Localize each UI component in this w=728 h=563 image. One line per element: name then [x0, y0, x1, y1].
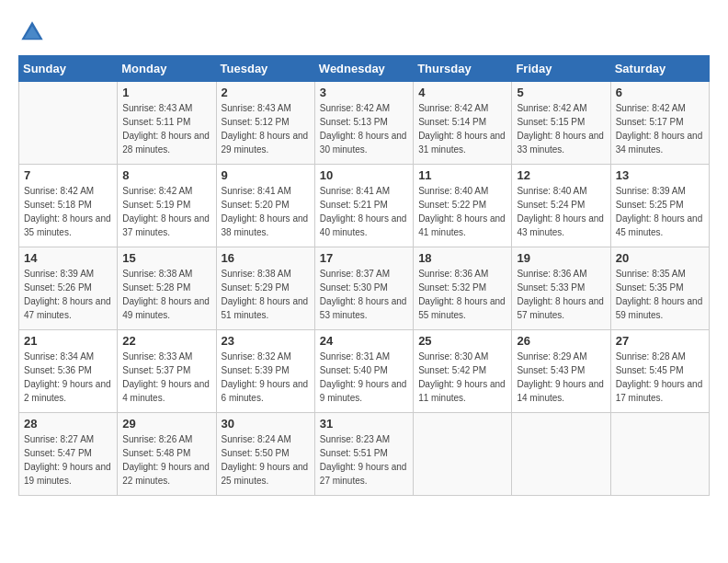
calendar-cell: 6Sunrise: 8:42 AMSunset: 5:17 PMDaylight…: [610, 82, 709, 165]
day-detail: Sunrise: 8:24 AMSunset: 5:50 PMDaylight:…: [222, 432, 310, 488]
day-detail: Sunrise: 8:37 AMSunset: 5:30 PMDaylight:…: [320, 267, 408, 322]
calendar-header-row: SundayMondayTuesdayWednesdayThursdayFrid…: [19, 56, 710, 82]
day-number: 5: [517, 86, 605, 99]
calendar-cell: 29Sunrise: 8:26 AMSunset: 5:48 PMDayligh…: [118, 413, 216, 496]
day-detail: Sunrise: 8:35 AMSunset: 5:35 PMDaylight:…: [616, 267, 704, 322]
header-saturday: Saturday: [610, 56, 709, 82]
day-number: 12: [517, 168, 605, 182]
day-detail: Sunrise: 8:42 AMSunset: 5:19 PMDaylight:…: [122, 184, 210, 239]
calendar-cell: 8Sunrise: 8:42 AMSunset: 5:19 PMDaylight…: [118, 165, 216, 247]
day-number: 16: [222, 251, 310, 265]
calendar-cell: 28Sunrise: 8:27 AMSunset: 5:47 PMDayligh…: [19, 413, 118, 496]
day-detail: Sunrise: 8:40 AMSunset: 5:24 PMDaylight:…: [517, 184, 605, 239]
day-number: 23: [222, 334, 310, 348]
day-detail: Sunrise: 8:26 AMSunset: 5:48 PMDaylight:…: [122, 432, 210, 488]
day-detail: Sunrise: 8:41 AMSunset: 5:21 PMDaylight:…: [320, 184, 408, 239]
day-number: 20: [616, 251, 704, 265]
calendar-cell: 3Sunrise: 8:42 AMSunset: 5:13 PMDaylight…: [314, 82, 413, 165]
calendar-week-row: 14Sunrise: 8:39 AMSunset: 5:26 PMDayligh…: [19, 247, 710, 330]
day-number: 4: [418, 86, 506, 99]
day-number: 1: [122, 86, 210, 99]
day-number: 10: [320, 168, 408, 182]
calendar-cell: 19Sunrise: 8:36 AMSunset: 5:33 PMDayligh…: [512, 247, 610, 330]
day-detail: Sunrise: 8:34 AMSunset: 5:36 PMDaylight:…: [24, 350, 112, 405]
day-detail: Sunrise: 8:23 AMSunset: 5:51 PMDaylight:…: [320, 432, 408, 488]
header-friday: Friday: [512, 56, 610, 82]
calendar-cell: 25Sunrise: 8:30 AMSunset: 5:42 PMDayligh…: [414, 330, 512, 413]
day-detail: Sunrise: 8:29 AMSunset: 5:43 PMDaylight:…: [517, 350, 605, 405]
calendar-cell: 11Sunrise: 8:40 AMSunset: 5:22 PMDayligh…: [414, 165, 512, 247]
day-number: 6: [616, 86, 704, 99]
page-header: [18, 18, 710, 46]
day-detail: Sunrise: 8:39 AMSunset: 5:26 PMDaylight:…: [24, 267, 112, 322]
day-detail: Sunrise: 8:40 AMSunset: 5:22 PMDaylight:…: [418, 184, 506, 239]
day-number: 18: [418, 251, 506, 265]
logo-icon: [18, 18, 46, 46]
calendar-cell: 27Sunrise: 8:28 AMSunset: 5:45 PMDayligh…: [610, 330, 709, 413]
day-number: 28: [24, 417, 112, 431]
calendar-cell: 9Sunrise: 8:41 AMSunset: 5:20 PMDaylight…: [216, 165, 314, 247]
day-detail: Sunrise: 8:43 AMSunset: 5:11 PMDaylight:…: [122, 101, 210, 156]
calendar-cell: 1Sunrise: 8:43 AMSunset: 5:11 PMDaylight…: [118, 82, 216, 165]
calendar-cell: 4Sunrise: 8:42 AMSunset: 5:14 PMDaylight…: [414, 82, 512, 165]
calendar-cell: 24Sunrise: 8:31 AMSunset: 5:40 PMDayligh…: [314, 330, 413, 413]
day-detail: Sunrise: 8:36 AMSunset: 5:33 PMDaylight:…: [517, 267, 605, 322]
day-detail: Sunrise: 8:33 AMSunset: 5:37 PMDaylight:…: [122, 350, 210, 405]
calendar-week-row: 7Sunrise: 8:42 AMSunset: 5:18 PMDaylight…: [19, 165, 710, 247]
day-detail: Sunrise: 8:41 AMSunset: 5:20 PMDaylight:…: [222, 184, 310, 239]
calendar-cell: 26Sunrise: 8:29 AMSunset: 5:43 PMDayligh…: [512, 330, 610, 413]
calendar-cell: 5Sunrise: 8:42 AMSunset: 5:15 PMDaylight…: [512, 82, 610, 165]
calendar-cell: 14Sunrise: 8:39 AMSunset: 5:26 PMDayligh…: [19, 247, 118, 330]
header-thursday: Thursday: [414, 56, 512, 82]
day-number: 29: [122, 417, 210, 431]
day-detail: Sunrise: 8:27 AMSunset: 5:47 PMDaylight:…: [24, 432, 112, 488]
day-detail: Sunrise: 8:42 AMSunset: 5:13 PMDaylight:…: [320, 101, 408, 156]
header-sunday: Sunday: [19, 56, 118, 82]
day-number: 11: [418, 168, 506, 182]
calendar-cell: 16Sunrise: 8:38 AMSunset: 5:29 PMDayligh…: [216, 247, 314, 330]
header-wednesday: Wednesday: [314, 56, 413, 82]
day-number: 17: [320, 251, 408, 265]
day-number: 19: [517, 251, 605, 265]
calendar-cell: 30Sunrise: 8:24 AMSunset: 5:50 PMDayligh…: [216, 413, 314, 496]
calendar-cell: 7Sunrise: 8:42 AMSunset: 5:18 PMDaylight…: [19, 165, 118, 247]
day-detail: Sunrise: 8:42 AMSunset: 5:15 PMDaylight:…: [517, 101, 605, 156]
day-number: 9: [222, 168, 310, 182]
calendar-cell: 13Sunrise: 8:39 AMSunset: 5:25 PMDayligh…: [610, 165, 709, 247]
header-monday: Monday: [118, 56, 216, 82]
day-number: 22: [122, 334, 210, 348]
calendar-cell: [512, 413, 610, 496]
day-detail: Sunrise: 8:32 AMSunset: 5:39 PMDaylight:…: [222, 350, 310, 405]
day-number: 26: [517, 334, 605, 348]
day-detail: Sunrise: 8:38 AMSunset: 5:28 PMDaylight:…: [122, 267, 210, 322]
header-tuesday: Tuesday: [216, 56, 314, 82]
day-detail: Sunrise: 8:30 AMSunset: 5:42 PMDaylight:…: [418, 350, 506, 405]
day-number: 15: [122, 251, 210, 265]
calendar-week-row: 1Sunrise: 8:43 AMSunset: 5:11 PMDaylight…: [19, 82, 710, 165]
day-detail: Sunrise: 8:28 AMSunset: 5:45 PMDaylight:…: [616, 350, 704, 405]
calendar-cell: 15Sunrise: 8:38 AMSunset: 5:28 PMDayligh…: [118, 247, 216, 330]
day-number: 13: [616, 168, 704, 182]
calendar-week-row: 21Sunrise: 8:34 AMSunset: 5:36 PMDayligh…: [19, 330, 710, 413]
day-number: 14: [24, 251, 112, 265]
day-number: 30: [222, 417, 310, 431]
calendar-week-row: 28Sunrise: 8:27 AMSunset: 5:47 PMDayligh…: [19, 413, 710, 496]
calendar-cell: 22Sunrise: 8:33 AMSunset: 5:37 PMDayligh…: [118, 330, 216, 413]
calendar-cell: 23Sunrise: 8:32 AMSunset: 5:39 PMDayligh…: [216, 330, 314, 413]
calendar-cell: [610, 413, 709, 496]
day-detail: Sunrise: 8:42 AMSunset: 5:18 PMDaylight:…: [24, 184, 112, 239]
day-detail: Sunrise: 8:31 AMSunset: 5:40 PMDaylight:…: [320, 350, 408, 405]
day-number: 7: [24, 168, 112, 182]
calendar-cell: 20Sunrise: 8:35 AMSunset: 5:35 PMDayligh…: [610, 247, 709, 330]
calendar-cell: 21Sunrise: 8:34 AMSunset: 5:36 PMDayligh…: [19, 330, 118, 413]
calendar-cell: [19, 82, 118, 165]
calendar-cell: 2Sunrise: 8:43 AMSunset: 5:12 PMDaylight…: [216, 82, 314, 165]
day-detail: Sunrise: 8:42 AMSunset: 5:14 PMDaylight:…: [418, 101, 506, 156]
day-detail: Sunrise: 8:38 AMSunset: 5:29 PMDaylight:…: [222, 267, 310, 322]
day-number: 2: [222, 86, 310, 99]
day-number: 25: [418, 334, 506, 348]
calendar-cell: [414, 413, 512, 496]
logo: [18, 18, 50, 46]
day-number: 21: [24, 334, 112, 348]
calendar-cell: 18Sunrise: 8:36 AMSunset: 5:32 PMDayligh…: [414, 247, 512, 330]
